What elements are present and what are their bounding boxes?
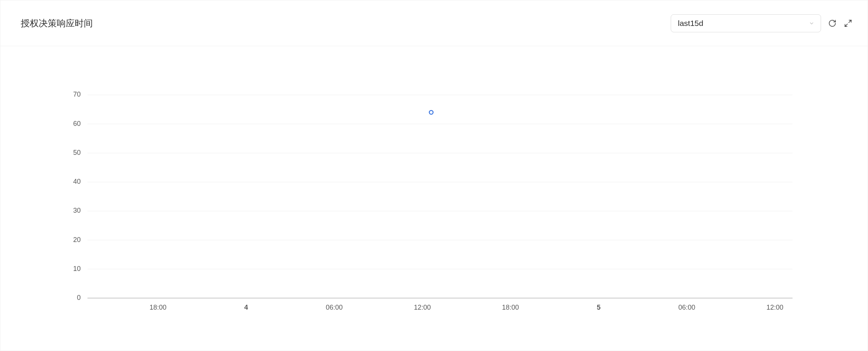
y-tick-label: 70 — [73, 91, 81, 98]
x-tick-label: 5 — [597, 304, 600, 311]
chart-card: 授权决策响应时间 last15d — [0, 0, 868, 351]
x-tick-label: 06:00 — [678, 304, 695, 311]
card-header: 授权决策响应时间 last15d — [0, 0, 868, 46]
time-range-value: last15d — [678, 19, 703, 28]
y-tick-label: 40 — [73, 178, 81, 185]
y-tick-label: 20 — [73, 236, 81, 244]
chart-plot-area: 01020304050607018:00406:0012:0018:00506:… — [0, 46, 868, 351]
svg-line-0 — [849, 20, 851, 22]
x-tick-label: 06:00 — [326, 304, 343, 311]
x-tick-label: 18:00 — [502, 304, 519, 311]
chart-svg: 01020304050607018:00406:0012:0018:00506:… — [0, 46, 868, 351]
chart-title: 授权决策响应时间 — [21, 17, 93, 29]
y-tick-label: 10 — [73, 265, 81, 272]
y-tick-label: 60 — [73, 120, 81, 127]
y-tick-label: 0 — [77, 294, 81, 301]
x-tick-label: 4 — [244, 304, 248, 311]
x-tick-label: 18:00 — [150, 304, 166, 311]
x-tick-label: 12:00 — [767, 304, 783, 311]
data-point — [429, 110, 433, 114]
svg-line-1 — [845, 24, 847, 26]
header-controls: last15d — [671, 14, 853, 32]
y-tick-label: 30 — [73, 207, 81, 214]
time-range-select[interactable]: last15d — [671, 14, 821, 32]
x-tick-label: 12:00 — [414, 304, 431, 311]
fullscreen-button[interactable] — [844, 19, 853, 28]
refresh-button[interactable] — [828, 19, 837, 28]
y-tick-label: 50 — [73, 149, 81, 156]
chevron-down-icon — [809, 20, 815, 26]
